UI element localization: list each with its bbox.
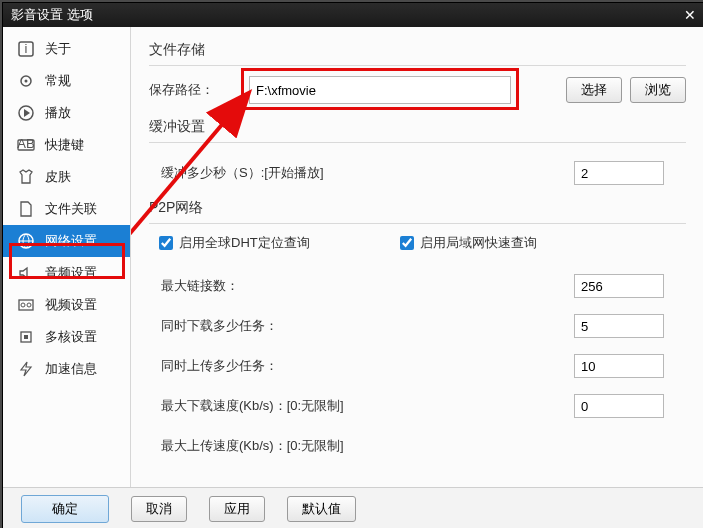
select-button[interactable]: 选择 xyxy=(566,77,622,103)
info-icon: i xyxy=(17,40,35,58)
sidebar-item-hotkey[interactable]: AB 快捷键 xyxy=(3,129,130,161)
checkbox-lan-input[interactable] xyxy=(400,236,414,250)
sidebar-label: 音频设置 xyxy=(45,264,97,282)
sidebar-label: 播放 xyxy=(45,104,71,122)
main-panel: 文件存储 保存路径： 选择 浏览 缓冲设置 缓冲多少秒（S）:[开始播放] P2… xyxy=(131,27,703,487)
checkbox-dht-label: 启用全球DHT定位查询 xyxy=(179,234,310,252)
globe-icon xyxy=(17,232,35,250)
svg-text:AB: AB xyxy=(17,136,34,151)
label-max-conn: 最大链接数： xyxy=(161,277,239,295)
sidebar-item-about[interactable]: i 关于 xyxy=(3,33,130,65)
row-down-tasks: 同时下载多少任务： xyxy=(149,306,686,346)
label-save-path: 保存路径： xyxy=(149,81,241,99)
svg-point-11 xyxy=(27,303,31,307)
svg-marker-5 xyxy=(24,109,30,117)
divider xyxy=(149,65,686,66)
audio-icon xyxy=(17,264,35,282)
label-buffer: 缓冲多少秒（S）:[开始播放] xyxy=(161,164,324,182)
section-file-storage: 文件存储 xyxy=(149,41,686,59)
sidebar-label: 文件关联 xyxy=(45,200,97,218)
max-down-speed-input[interactable] xyxy=(574,394,664,418)
close-icon[interactable]: ✕ xyxy=(684,7,696,23)
sidebar-label: 皮肤 xyxy=(45,168,71,186)
sidebar-item-multicore[interactable]: 多核设置 xyxy=(3,321,130,353)
apply-button[interactable]: 应用 xyxy=(209,496,265,522)
row-save-path: 保存路径： 选择 浏览 xyxy=(149,76,686,104)
sidebar-label: 视频设置 xyxy=(45,296,97,314)
sidebar-item-accel[interactable]: 加速信息 xyxy=(3,353,130,385)
keyboard-icon: AB xyxy=(17,136,35,154)
checkbox-lan[interactable]: 启用局域网快速查询 xyxy=(400,234,537,252)
divider xyxy=(149,223,686,224)
sidebar-item-fileassoc[interactable]: 文件关联 xyxy=(3,193,130,225)
row-max-up-speed: 最大上传速度(Kb/s)：[0:无限制] xyxy=(149,426,686,466)
sidebar-item-skin[interactable]: 皮肤 xyxy=(3,161,130,193)
label-up-tasks: 同时上传多少任务： xyxy=(161,357,278,375)
file-icon xyxy=(17,200,35,218)
svg-text:i: i xyxy=(25,41,28,56)
row-buffer-seconds: 缓冲多少秒（S）:[开始播放] xyxy=(149,153,686,193)
sidebar-label: 常规 xyxy=(45,72,71,90)
settings-window: 影音设置 选项 ✕ i 关于 常规 播放 AB 快捷键 皮肤 xyxy=(2,2,703,528)
video-icon xyxy=(17,296,35,314)
svg-point-3 xyxy=(25,80,28,83)
section-buffer: 缓冲设置 xyxy=(149,118,686,136)
checkbox-lan-label: 启用局域网快速查询 xyxy=(420,234,537,252)
default-button[interactable]: 默认值 xyxy=(287,496,356,522)
ok-button[interactable]: 确定 xyxy=(21,495,109,523)
bolt-icon xyxy=(17,360,35,378)
row-p2p-checks: 启用全球DHT定位查询 启用局域网快速查询 xyxy=(159,234,686,252)
checkbox-dht[interactable]: 启用全球DHT定位查询 xyxy=(159,234,310,252)
label-max-up-speed: 最大上传速度(Kb/s)：[0:无限制] xyxy=(161,437,344,455)
up-tasks-input[interactable] xyxy=(574,354,664,378)
sidebar-item-network[interactable]: 网络设置 xyxy=(3,225,130,257)
label-down-tasks: 同时下载多少任务： xyxy=(161,317,278,335)
footer: 确定 取消 应用 默认值 xyxy=(3,487,703,528)
label-max-down-speed: 最大下载速度(Kb/s)：[0:无限制] xyxy=(161,397,344,415)
window-body: i 关于 常规 播放 AB 快捷键 皮肤 文件关联 xyxy=(3,27,703,487)
sidebar-item-audio[interactable]: 音频设置 xyxy=(3,257,130,289)
sidebar-item-video[interactable]: 视频设置 xyxy=(3,289,130,321)
play-icon xyxy=(17,104,35,122)
sidebar-item-general[interactable]: 常规 xyxy=(3,65,130,97)
shirt-icon xyxy=(17,168,35,186)
cpu-icon xyxy=(17,328,35,346)
svg-point-10 xyxy=(21,303,25,307)
down-tasks-input[interactable] xyxy=(574,314,664,338)
max-conn-input[interactable] xyxy=(574,274,664,298)
cancel-button[interactable]: 取消 xyxy=(131,496,187,522)
titlebar: 影音设置 选项 ✕ xyxy=(3,3,703,27)
row-max-down-speed: 最大下载速度(Kb/s)：[0:无限制] xyxy=(149,386,686,426)
divider xyxy=(149,142,686,143)
sidebar-label: 快捷键 xyxy=(45,136,84,154)
save-path-input[interactable] xyxy=(249,76,511,104)
sidebar-item-playback[interactable]: 播放 xyxy=(3,97,130,129)
window-title: 影音设置 选项 xyxy=(11,6,93,24)
sidebar-label: 关于 xyxy=(45,40,71,58)
gear-icon xyxy=(17,72,35,90)
sidebar: i 关于 常规 播放 AB 快捷键 皮肤 文件关联 xyxy=(3,27,131,487)
sidebar-label: 多核设置 xyxy=(45,328,97,346)
checkbox-dht-input[interactable] xyxy=(159,236,173,250)
section-p2p: P2P网络 xyxy=(149,199,686,217)
svg-rect-13 xyxy=(24,335,28,339)
row-max-conn: 最大链接数： xyxy=(149,266,686,306)
buffer-seconds-input[interactable] xyxy=(574,161,664,185)
sidebar-label: 网络设置 xyxy=(45,232,97,250)
row-up-tasks: 同时上传多少任务： xyxy=(149,346,686,386)
sidebar-label: 加速信息 xyxy=(45,360,97,378)
browse-button[interactable]: 浏览 xyxy=(630,77,686,103)
